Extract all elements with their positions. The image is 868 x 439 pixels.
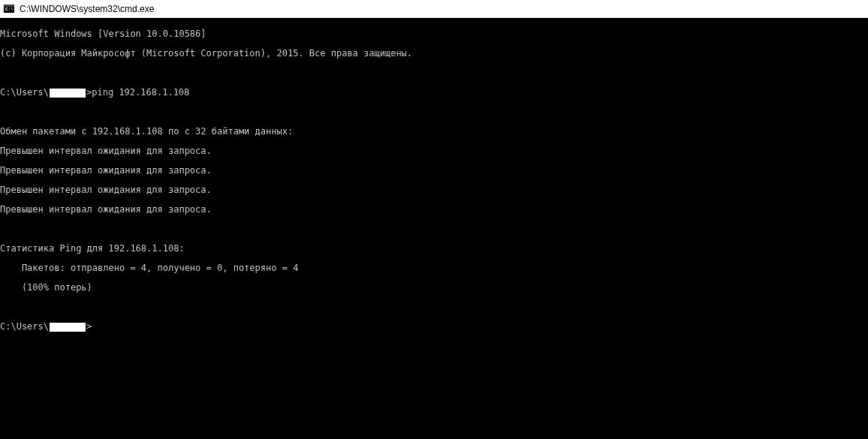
ping-stats-packets: Пакетов: отправлено = 4, получено = 0, п… xyxy=(0,263,868,273)
ping-stats-header: Статистика Ping для 192.168.1.108: xyxy=(0,244,868,254)
terminal-output[interactable]: Microsoft Windows [Version 10.0.10586] (… xyxy=(0,18,868,439)
copyright-line: (c) Корпорация Майкрософт (Microsoft Cor… xyxy=(0,49,868,59)
ping-stats-loss: (100% потерь) xyxy=(0,283,868,293)
ping-timeout-line: Превышен интервал ожидания для запроса. xyxy=(0,146,868,156)
cmd-icon: C:\ xyxy=(3,3,15,15)
blank-line xyxy=(0,68,868,78)
blank-line xyxy=(0,302,868,312)
ping-timeout-line: Превышен интервал ожидания для запроса. xyxy=(0,166,868,176)
window-titlebar[interactable]: C:\ C:\WINDOWS\system32\cmd.exe xyxy=(0,0,868,18)
redacted-username xyxy=(50,323,86,332)
blank-line xyxy=(0,107,868,117)
version-line: Microsoft Windows [Version 10.0.10586] xyxy=(0,29,868,39)
prompt-char: > xyxy=(86,322,92,332)
ping-exchange-line: Обмен пакетами с 192.168.1.108 по с 32 б… xyxy=(0,127,868,137)
ping-command: >ping 192.168.1.108 xyxy=(86,88,189,98)
current-prompt-line: C:\Users\> xyxy=(0,322,868,332)
ping-timeout-line: Превышен интервал ожидания для запроса. xyxy=(0,205,868,215)
window-title: C:\WINDOWS\system32\cmd.exe xyxy=(20,4,154,14)
cursor xyxy=(92,323,97,332)
prompt-path: C:\Users\ xyxy=(0,322,49,332)
ping-timeout-line: Превышен интервал ожидания для запроса. xyxy=(0,185,868,195)
blank-line xyxy=(0,224,868,234)
redacted-username xyxy=(50,89,86,98)
command-prompt-line: C:\Users\>ping 192.168.1.108 xyxy=(0,88,868,98)
prompt-path: C:\Users\ xyxy=(0,88,49,98)
